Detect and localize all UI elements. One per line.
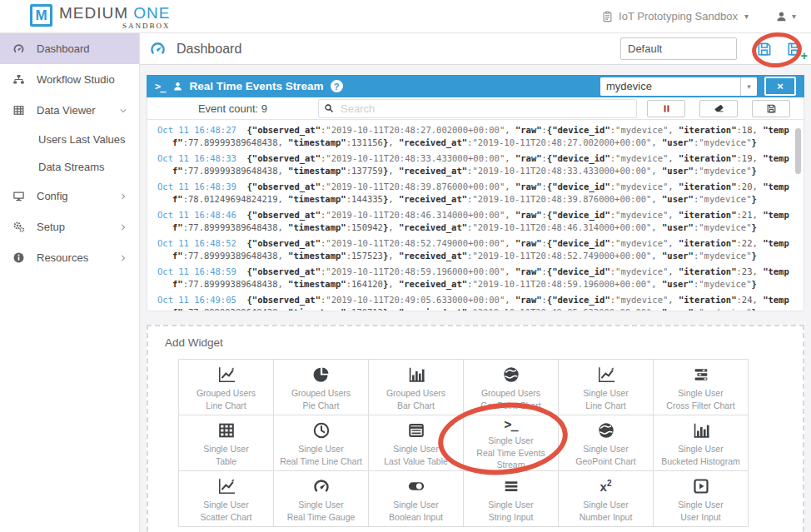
eraser-icon	[714, 103, 724, 114]
sidebar-item-data-viewer[interactable]: Data Viewer	[0, 95, 139, 126]
widget-option-sublabel: String Input	[489, 511, 534, 523]
user-icon	[775, 10, 788, 22]
help-icon[interactable]: ?	[331, 80, 343, 92]
sidebar-item-label: Users Last Values	[38, 133, 126, 146]
widget-option-sublabel: Last Value Table	[384, 455, 448, 467]
widget-option-single-user-geopoint-chart[interactable]: Single UserGeoPoint Chart	[559, 415, 654, 471]
device-select[interactable]	[600, 77, 740, 96]
widget-option-label: Single User	[393, 499, 438, 510]
widget-option-single-user-number-input[interactable]: x2Single UserNumber Input	[559, 471, 654, 527]
widget-option-label: Single User	[203, 499, 248, 510]
user-input-icon	[690, 476, 712, 496]
user-icon	[172, 81, 183, 92]
line-chart-icon	[216, 365, 237, 385]
dashboard-icon	[148, 40, 167, 57]
info-icon	[12, 251, 26, 264]
events-stream-icon: >_	[504, 417, 517, 432]
geopoint-chart-icon	[500, 365, 522, 385]
line-chart-icon	[595, 365, 617, 385]
add-dashboard-button[interactable]: +	[786, 41, 803, 57]
widget-option-single-user-real-time-line-chart[interactable]: Single UserReal Time Line Chart	[274, 415, 369, 471]
export-button[interactable]	[752, 100, 790, 117]
sidebar-item-label: Data Streams	[38, 161, 104, 173]
widget-controls: Event count: 9	[147, 97, 804, 120]
pause-icon	[661, 103, 672, 114]
log-entry: Oct 11 16:48:33 {"observed_at":"2019-10-…	[152, 152, 792, 177]
widget-option-single-user-user-input[interactable]: Single UserUser Input	[654, 471, 749, 527]
widget-option-grouped-users-geopoint-chart[interactable]: Grouped UsersGeoPoint Chart	[464, 360, 559, 415]
widget-option-grouped-users-pie-chart[interactable]: Grouped UsersPie Chart	[274, 360, 369, 415]
widget-option-sublabel: GeoPoint Chart	[575, 455, 635, 467]
toggle-icon	[406, 476, 427, 496]
sidebar-item-users-last-values[interactable]: Users Last Values	[0, 126, 139, 153]
plus-icon: +	[801, 51, 808, 61]
log-entry: Oct 11 16:48:27 {"observed_at":"2019-10-…	[152, 124, 792, 148]
event-count-value: 9	[261, 102, 267, 115]
search-icon	[324, 103, 334, 113]
widget-option-label: Single User	[393, 443, 438, 455]
widget-option-single-user-table[interactable]: Single UserTable	[179, 415, 274, 471]
chevron-right-icon	[119, 254, 127, 262]
widget-option-sublabel: Line Chart	[585, 400, 625, 411]
widget-option-label: Single User	[678, 387, 723, 399]
events-stream-widget: >_ Real Time Events Stream ? ▾ × Event c…	[147, 75, 804, 311]
widget-option-label: Single User	[298, 499, 343, 510]
page-header: Dashboard +	[140, 33, 811, 65]
event-count: Event count: 9	[147, 102, 318, 115]
user-menu[interactable]: ▾	[775, 10, 796, 22]
close-widget-button[interactable]: ×	[764, 77, 796, 96]
widget-option-grouped-users-line-chart[interactable]: Grouped UsersLine Chart	[179, 360, 274, 415]
widget-option-sublabel: Number Input	[580, 511, 633, 523]
widget-option-single-user-bucketed-histogram[interactable]: Single UserBucketed Histogram	[654, 415, 749, 471]
widget-option-label: Single User	[583, 443, 628, 455]
widget-option-sublabel: Boolean Input	[389, 511, 443, 523]
sidebar-item-label: Setup	[37, 221, 65, 233]
cross-filter-icon	[690, 365, 712, 385]
brand-sub: SANDBOX	[59, 22, 171, 30]
widget-option-single-user-real-time-events-stream[interactable]: >_Single UserReal Time Events Stream	[464, 415, 559, 471]
widget-option-grouped-users-bar-chart[interactable]: Grouped UsersBar Chart	[369, 360, 464, 415]
pie-chart-icon	[311, 365, 332, 385]
widget-option-label: Single User	[583, 387, 628, 399]
dropdown-caret-icon[interactable]: ▾	[740, 77, 757, 96]
widget-option-single-user-real-time-gauge[interactable]: Single UserReal Time Gauge	[274, 471, 369, 527]
pause-button[interactable]	[647, 100, 685, 117]
widget-option-single-user-boolean-input[interactable]: Single UserBoolean Input	[369, 471, 464, 527]
save-dashboard-button[interactable]	[756, 41, 773, 57]
widget-option-single-user-cross-filter-chart[interactable]: Single UserCross Filter Chart	[654, 360, 749, 415]
sidebar-item-dashboard[interactable]: Dashboard	[0, 33, 139, 64]
log-entry: Oct 11 16:49:05 {"observed_at":"2019-10-…	[152, 294, 792, 311]
sandbox-selector[interactable]: IoT Prototyping Sandbox	[619, 10, 738, 22]
events-log: Oct 11 16:48:27 {"observed_at":"2019-10-…	[147, 120, 804, 311]
log-entry: Oct 11 16:48:52 {"observed_at":"2019-10-…	[152, 237, 792, 261]
widget-option-sublabel: Line Chart	[206, 400, 246, 411]
widget-option-single-user-last-value-table[interactable]: Single UserLast Value Table	[369, 415, 464, 471]
sidebar-item-workflow-studio[interactable]: Workflow Studio	[0, 64, 139, 95]
clock-icon	[311, 420, 332, 440]
sidebar-item-resources[interactable]: Resources	[0, 242, 139, 273]
table-icon	[12, 104, 26, 117]
brand-secondary: ONE	[133, 4, 170, 22]
widget-option-single-user-scatter-chart[interactable]: Single UserScatter Chart	[179, 471, 274, 527]
widget-option-single-user-line-chart[interactable]: Single UserLine Chart	[559, 360, 654, 415]
caret-down-icon[interactable]: ▾	[744, 12, 749, 21]
widget-grid: Grouped UsersLine ChartGrouped UsersPie …	[178, 359, 749, 527]
sidebar-item-setup[interactable]: Setup	[0, 211, 139, 242]
sidebar-item-config[interactable]: Config	[0, 181, 139, 211]
add-widget-zone: Add Widget Grouped UsersLine ChartGroupe…	[147, 325, 804, 532]
search-input[interactable]	[318, 99, 637, 118]
sidebar-item-label: Data Viewer	[37, 104, 96, 117]
widget-option-single-user-string-input[interactable]: Single UserString Input	[464, 471, 559, 527]
clear-button[interactable]	[699, 100, 738, 117]
sidebar-item-label: Workflow Studio	[37, 73, 115, 86]
main-content: Dashboard + >_ Real Time Events Stream ?…	[140, 33, 811, 532]
clipboard-icon	[601, 10, 614, 23]
log-list: Oct 11 16:48:27 {"observed_at":"2019-10-…	[152, 124, 792, 311]
widget-option-label: Grouped Users	[386, 387, 445, 399]
sidebar-item-data-streams[interactable]: Data Streams	[0, 153, 139, 181]
dashboard-select[interactable]	[620, 37, 737, 60]
scrollbar-thumb[interactable]	[795, 128, 801, 174]
widget-option-sublabel: Bucketed Histogram	[661, 455, 740, 467]
workflow-icon	[12, 73, 26, 86]
add-widget-title: Add Widget	[165, 336, 803, 349]
